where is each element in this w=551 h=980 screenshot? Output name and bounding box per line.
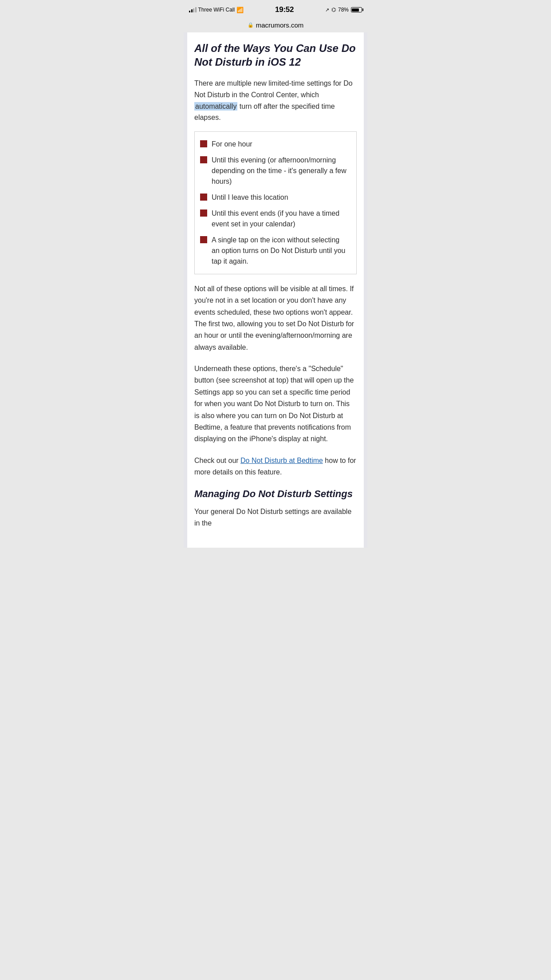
list-item: Until this event ends (if you have a tim… <box>200 208 349 229</box>
bullet-text-3: Until I leave this location <box>212 192 349 203</box>
lock-icon: 🔒 <box>248 22 254 28</box>
highlighted-word: automatically <box>194 102 237 111</box>
list-item: Until I leave this location <box>200 192 349 203</box>
paragraph-4: Your general Do Not Disturb settings are… <box>194 506 357 530</box>
dnd-bedtime-link[interactable]: Do Not Disturb at Bedtime <box>240 457 323 464</box>
signal-bars <box>189 7 197 12</box>
wifi-icon: 📶 <box>236 7 244 13</box>
content-area: All of the Ways You Can Use Do Not Distu… <box>184 32 367 548</box>
signal-bar-3 <box>193 8 194 12</box>
battery-fill <box>352 8 359 12</box>
signal-bar-2 <box>191 9 193 12</box>
paragraph-1: Not all of these options will be visible… <box>194 283 357 353</box>
list-item: A single tap on the icon without selecti… <box>200 235 349 267</box>
bluetooth-icon: ⌬ <box>331 7 336 13</box>
bullet-box: For one hour Until this evening (or afte… <box>194 131 357 274</box>
intro-text-before: There are multiple new limited-time sett… <box>194 79 353 99</box>
bullet-text-2: Until this evening (or afternoon/morning… <box>212 155 349 187</box>
article-container: All of the Ways You Can Use Do Not Distu… <box>187 32 364 548</box>
paragraph-2: Underneath these options, there's a "Sch… <box>194 363 357 445</box>
status-left: Three WiFi Call 📶 <box>189 7 244 13</box>
battery-icon <box>351 7 362 12</box>
bullet-icon-1 <box>200 140 207 147</box>
paragraph-3-prefix: Check out our <box>194 457 240 464</box>
bullet-text-4: Until this event ends (if you have a tim… <box>212 208 349 229</box>
battery-percent: 78% <box>338 7 349 13</box>
article-intro: There are multiple new limited-time sett… <box>194 78 357 123</box>
article-title: All of the Ways You Can Use Do Not Distu… <box>194 41 357 69</box>
list-item: Until this evening (or afternoon/morning… <box>200 155 349 187</box>
signal-bar-1 <box>189 11 190 12</box>
signal-bar-4 <box>195 7 197 12</box>
bullet-text-1: For one hour <box>212 139 349 150</box>
url-display: macrumors.com <box>256 21 304 29</box>
status-bar: Three WiFi Call 📶 19:52 ↗ ⌬ 78% <box>184 0 367 20</box>
location-icon: ↗ <box>325 7 329 13</box>
bullet-icon-2 <box>200 156 207 163</box>
status-right: ↗ ⌬ 78% <box>325 7 362 13</box>
list-item: For one hour <box>200 139 349 150</box>
bullet-icon-3 <box>200 194 207 201</box>
url-bar[interactable]: 🔒 macrumors.com <box>184 20 367 32</box>
bullet-icon-4 <box>200 209 207 217</box>
paragraph-3: Check out our Do Not Disturb at Bedtime … <box>194 455 357 478</box>
bullet-text-5: A single tap on the icon without selecti… <box>212 235 349 267</box>
carrier-label: Three WiFi Call <box>198 7 235 13</box>
time-display: 19:52 <box>275 5 294 14</box>
bullet-icon-5 <box>200 236 207 243</box>
section-2-title: Managing Do Not Disturb Settings <box>194 488 357 500</box>
